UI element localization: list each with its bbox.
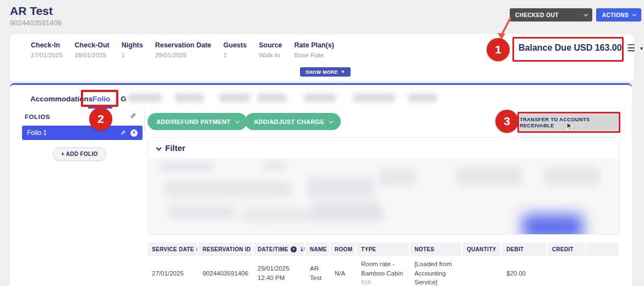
triangle-down-icon: ▼	[341, 69, 345, 74]
table-row[interactable]: 27/01/2025 9024403591406 29/01/2025 12:4…	[148, 256, 620, 286]
balance-due-text: Balance Due USD 163.00	[519, 43, 622, 53]
cell-credit	[548, 256, 586, 286]
blurred-content	[379, 169, 416, 186]
blurred-tab	[304, 94, 336, 102]
filter-title: Filter	[165, 143, 185, 153]
col-label: SERVICE DATE	[152, 246, 194, 252]
col-label: RESERVATION ID	[203, 246, 251, 252]
blurred-content	[456, 167, 522, 186]
tab-accommodations[interactable]: Accommodations	[30, 95, 92, 103]
col-actions-empty	[586, 242, 620, 256]
chevron-down-icon	[235, 118, 239, 123]
blurred-tab	[175, 94, 204, 102]
field-source: Source Walk-In	[259, 41, 282, 58]
cell-type: Room rate - Bamboo Cabin N/A	[357, 256, 410, 286]
filter-panel: Filter	[148, 137, 620, 235]
transfer-label: TRANSFER TO ACCOUNTS RECEIVABLE	[520, 116, 618, 128]
col-label: DEBIT	[506, 246, 524, 252]
cell-room: N/A	[330, 256, 357, 286]
add-adjust-charge-button[interactable]: ADD/ADJUST CHARGE	[245, 113, 341, 130]
col-label: CREDIT	[552, 246, 574, 252]
cell-reservation-id: 9024403591406	[198, 256, 253, 286]
show-more-button[interactable]: SHOW MORE ▼	[300, 67, 351, 77]
blurred-content	[160, 163, 212, 170]
edit-folio-icon[interactable]: ✎	[121, 129, 125, 137]
transfer-to-accounts-receivable-button[interactable]: TRANSFER TO ACCOUNTS RECEIVABLE	[520, 114, 618, 131]
summary-fields: Check-In 27/01/2025 Check-Out 28/01/2025…	[31, 41, 334, 58]
actions-button[interactable]: ACTIONS	[596, 8, 641, 21]
divider	[144, 110, 145, 132]
blurred-content	[308, 177, 374, 198]
col-notes: NOTES	[410, 242, 462, 256]
blurred-tab	[219, 94, 250, 102]
folio-table-header: SERVICE DATE ? RESERVATION ID DATE/TIME …	[148, 242, 620, 256]
add-refund-payment-label: ADD/REFUND PAYMENT	[156, 118, 231, 125]
blurred-tab	[128, 94, 162, 102]
field-reservation-date: Reservation Date 29/01/2025	[155, 41, 211, 58]
cell-date-time: 29/01/2025 12:40 PM	[253, 256, 305, 286]
field-guests: Guests 1	[223, 41, 247, 58]
cell-service-date: 27/01/2025	[148, 256, 198, 286]
blurred-primary-button	[522, 214, 583, 234]
col-label: NAME	[310, 246, 327, 252]
tab-folio[interactable]: Folio	[92, 95, 110, 103]
col-label: TYPE	[361, 246, 376, 252]
col-label: ROOM	[335, 246, 352, 252]
active-tab-underline	[88, 107, 112, 109]
hamburger-menu-icon[interactable]: ☰	[627, 44, 635, 53]
add-folio-button[interactable]: + ADD FOLIO	[53, 147, 106, 161]
col-name: NAME	[305, 242, 330, 256]
actions-label: ACTIONS	[602, 12, 629, 18]
status-label: CHECKED OUT	[515, 12, 559, 18]
balance-due-menu[interactable]: Balance Due USD 163.00 ☰ ▾	[519, 43, 643, 53]
add-folio-label: + ADD FOLIO	[61, 151, 98, 157]
blurred-content	[264, 163, 286, 169]
cell-quantity	[462, 256, 502, 286]
caret-down-icon: ▾	[640, 45, 643, 51]
chevron-down-icon	[329, 118, 334, 123]
edit-folios-icon[interactable]: ✎	[130, 112, 136, 120]
status-dropdown[interactable]: CHECKED OUT	[510, 8, 592, 21]
folio-list-item[interactable]: Folio 1 ✎ ×	[22, 126, 143, 140]
cell-type-sub: N/A	[361, 278, 406, 286]
reservation-number: 9024403591406	[10, 19, 62, 27]
cell-notes: [Loaded from Accounting Service]	[410, 256, 462, 286]
reservation-page: AR Test 9024403591406 CHECKED OUT ACTION…	[0, 0, 644, 286]
show-more-label: SHOW MORE	[305, 69, 338, 75]
col-reservation-id: RESERVATION ID	[198, 242, 253, 256]
col-room: ROOM	[330, 242, 357, 256]
blurred-content	[168, 204, 234, 219]
col-label: NOTES	[414, 246, 434, 252]
blurred-tab	[353, 94, 395, 102]
col-label: DATE/TIME	[258, 246, 288, 252]
cell-actions-empty	[586, 256, 620, 286]
col-debit: DEBIT	[502, 242, 548, 256]
blurred-tab	[408, 94, 437, 102]
blurred-content	[165, 181, 291, 197]
chevron-down-icon	[156, 145, 162, 151]
filter-body-blurred	[148, 158, 619, 234]
field-check-in: Check-In 27/01/2025	[31, 41, 63, 58]
col-label: QUANTITY	[467, 246, 496, 252]
help-icon: ?	[291, 246, 297, 252]
tab-partial-blurred[interactable]: G	[121, 95, 127, 103]
blurred-content	[544, 167, 599, 186]
close-folio-icon[interactable]: ×	[130, 129, 138, 137]
chevron-down-icon	[583, 12, 588, 16]
folio-name: Folio 1	[27, 129, 47, 137]
col-date-time: DATE/TIME ?	[253, 242, 305, 256]
sort-icon[interactable]	[300, 246, 305, 252]
add-refund-payment-button[interactable]: ADD/REFUND PAYMENT	[148, 113, 247, 130]
blurred-tab	[258, 94, 286, 102]
cell-name: AR Test	[305, 256, 330, 286]
add-adjust-charge-label: ADD/ADJUST CHARGE	[254, 118, 324, 125]
col-credit: CREDIT	[548, 242, 586, 256]
filter-collapse-header[interactable]: Filter	[148, 138, 619, 158]
field-rate-plans: Rate Plan(s) Base Rate	[294, 41, 334, 58]
page-title: AR Test	[10, 4, 53, 18]
chevron-down-icon	[632, 12, 636, 16]
folios-panel-title: FOLIOS	[25, 114, 50, 120]
col-type: TYPE	[357, 242, 410, 256]
col-quantity: QUANTITY	[462, 242, 502, 256]
blurred-content	[313, 201, 379, 220]
